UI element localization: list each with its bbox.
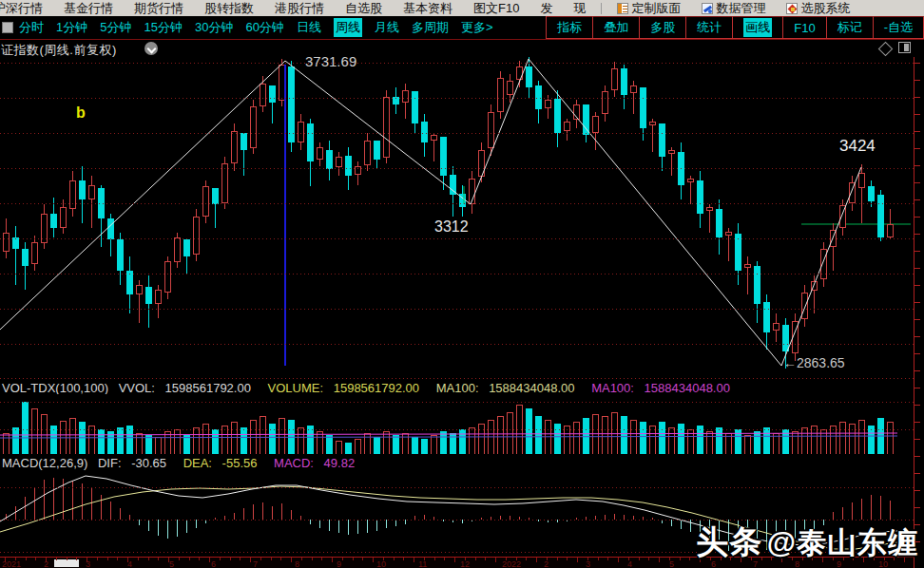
- period-button[interactable]: 更多>: [461, 19, 493, 36]
- axis-tick: [199, 558, 200, 560]
- menu-item[interactable]: 基本资料: [403, 0, 452, 17]
- volume-bar: [744, 435, 751, 454]
- axis-tick: [689, 558, 690, 560]
- main-chart-pane[interactable]: [0, 57, 914, 379]
- volume-bar: [69, 418, 76, 454]
- toolbar-grid-icon[interactable]: [2, 22, 13, 33]
- axis-label: 8: [295, 559, 299, 568]
- tool-button[interactable]: -自选: [874, 16, 924, 39]
- period-button[interactable]: 分时: [19, 19, 44, 36]
- chevron-down-icon[interactable]: [144, 42, 158, 55]
- axis-tick: [209, 558, 210, 562]
- tool-button[interactable]: 多股: [640, 16, 686, 39]
- menu-item[interactable]: 沪深行情: [0, 0, 43, 17]
- macd-bar: [671, 520, 672, 526]
- gridline: [0, 238, 914, 239]
- volume-bar: [592, 414, 599, 454]
- menu-item[interactable]: 期货行情: [134, 0, 183, 17]
- menu-item[interactable]: 选股系统: [786, 0, 850, 17]
- volume-bar: [431, 435, 437, 454]
- period-button[interactable]: 周线: [334, 18, 362, 37]
- axis-tick: [321, 558, 322, 560]
- volume-bar: [763, 427, 770, 454]
- volume-bar: [545, 420, 551, 454]
- axis-tick: [250, 558, 251, 562]
- scrollbar-thumb[interactable]: [54, 559, 79, 567]
- menu-item[interactable]: 自选股: [345, 0, 382, 17]
- volume-bar: [279, 418, 285, 454]
- axis-tick: [914, 456, 920, 457]
- axis-label: 2: [44, 559, 48, 568]
- watermark-handle: @泰山东缠: [767, 526, 918, 559]
- axis-label: 5: [669, 559, 674, 568]
- watermark: 头条 @泰山东缠: [696, 521, 918, 564]
- gridline: [0, 63, 914, 64]
- menu-item[interactable]: 数据管理: [702, 0, 765, 17]
- volume-bar: [117, 427, 124, 454]
- panel-layout-icon[interactable]: [898, 42, 911, 53]
- period-button[interactable]: 多周期: [412, 19, 449, 36]
- axis-tick: [914, 388, 920, 388]
- tool-button[interactable]: F10: [783, 16, 826, 39]
- macd-bar: [852, 502, 853, 520]
- menu-item[interactable]: 定制版面: [617, 0, 681, 17]
- volume-bar: [374, 437, 380, 454]
- axis-tick: [914, 165, 920, 166]
- axis-tick: [362, 558, 363, 560]
- axis-tick: [495, 558, 496, 562]
- gridline: [0, 487, 914, 488]
- axis-tick: [67, 558, 67, 560]
- volume-bar: [260, 416, 266, 454]
- axis-tick: [680, 558, 681, 560]
- macd-bar: [291, 510, 292, 520]
- macd-bar: [395, 520, 396, 526]
- axis-tick: [291, 558, 292, 562]
- axis-tick: [914, 234, 920, 235]
- menu-item[interactable]: 现: [573, 0, 586, 17]
- volume-bar: [858, 420, 865, 454]
- gridline: [0, 429, 914, 430]
- period-button[interactable]: 30分钟: [195, 19, 233, 36]
- tool-button[interactable]: 统计: [686, 16, 733, 39]
- period-button[interactable]: 日线: [297, 19, 321, 36]
- macd-bar: [319, 520, 320, 528]
- macd-bar: [367, 520, 368, 533]
- volume-bar: [355, 439, 361, 454]
- axis-tick: [117, 558, 118, 560]
- period-button[interactable]: 60分钟: [245, 19, 283, 36]
- period-button[interactable]: 1分钟: [56, 19, 87, 36]
- volume-bar: [687, 429, 694, 454]
- menu-item[interactable]: 图文F10: [473, 0, 519, 17]
- tool-button[interactable]: 指标: [547, 16, 593, 39]
- tool-button[interactable]: 标记: [827, 16, 874, 39]
- period-button[interactable]: 15分钟: [144, 19, 182, 36]
- macd-bar: [861, 499, 862, 520]
- axis-label: 9: [337, 559, 341, 568]
- macd-bar: [243, 508, 244, 520]
- macd-bar: [82, 483, 83, 520]
- menu-item[interactable]: 股转指数: [204, 0, 254, 17]
- volume-bar: [393, 435, 399, 454]
- period-button[interactable]: 月线: [375, 19, 399, 36]
- tool-button[interactable]: 叠加: [593, 16, 640, 39]
- volume-bar: [183, 435, 190, 454]
- axis-tick: [189, 558, 190, 560]
- volume-pane[interactable]: [0, 394, 914, 454]
- macd-bar: [234, 513, 235, 520]
- macd-bar: [53, 478, 54, 520]
- macd-bar: [44, 480, 45, 520]
- axis-tick: [97, 558, 98, 560]
- period-button[interactable]: 5分钟: [100, 19, 131, 36]
- volume-bar: [364, 433, 371, 454]
- axis-tick: [914, 507, 920, 508]
- axis-tick: [220, 558, 221, 560]
- axis-tick: [301, 558, 302, 560]
- menu-item[interactable]: 基金行情: [64, 0, 113, 17]
- axis-tick: [914, 217, 920, 218]
- menu-item[interactable]: 港股行情: [275, 0, 324, 17]
- volume-bar: [630, 420, 637, 454]
- tool-button[interactable]: 画线: [733, 16, 783, 39]
- macd-bar: [253, 504, 254, 520]
- menu-item[interactable]: 发: [540, 0, 552, 17]
- axis-tick: [639, 558, 640, 560]
